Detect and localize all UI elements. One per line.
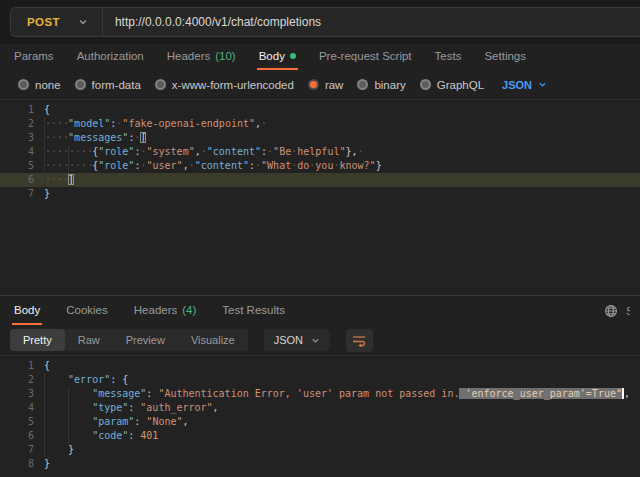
body-mode-row: none form-data x-www-form-urlencoded raw… (0, 70, 640, 99)
code-line[interactable]: 5 "param": "None", (0, 415, 640, 429)
line-number: 2 (0, 117, 34, 131)
tab-label: Headers (167, 50, 210, 62)
tab-body[interactable]: Body (257, 44, 298, 70)
response-tab-headers[interactable]: Headers(4) (132, 296, 199, 325)
radio-icon (75, 79, 86, 90)
view-preview[interactable]: Preview (113, 329, 178, 351)
tab-settings[interactable]: Settings (482, 44, 528, 70)
radio-icon (357, 79, 368, 90)
headers-count: (10) (215, 50, 235, 62)
tab-label: Params (14, 50, 54, 62)
code-line[interactable]: 7 } (0, 443, 640, 457)
code-line[interactable]: 1{ (0, 359, 640, 373)
tab-params[interactable]: Params (12, 44, 56, 70)
request-language-select[interactable]: JSON (502, 79, 547, 91)
language-label: JSON (274, 334, 303, 346)
tab-label: Body (259, 50, 285, 62)
line-number: 7 (0, 187, 34, 201)
mode-label: binary (374, 79, 405, 91)
request-tabs: Params Authorization Headers(10) Body Pr… (0, 44, 640, 70)
mode-x-www-form-urlencoded[interactable]: x-www-form-urlencoded (155, 79, 294, 91)
response-language-select[interactable]: JSON (264, 329, 330, 351)
code-line[interactable]: 4········{"role":·"system",·"content":·"… (0, 145, 640, 159)
tab-label: Headers (134, 304, 177, 316)
tab-label: Body (14, 304, 40, 316)
line-number: 5 (0, 159, 34, 173)
response-toolbar: Pretty Raw Preview Visualize JSON (0, 325, 640, 355)
line-number: 2 (0, 373, 34, 387)
line-number: 3 (0, 131, 34, 145)
clipped-status-text: S (626, 305, 630, 317)
request-body-editor[interactable]: 1{2····"model":·"fake-openai-endpoint",·… (0, 99, 640, 295)
view-pretty[interactable]: Pretty (10, 329, 65, 351)
line-number: 8 (0, 457, 34, 471)
response-tab-test-results[interactable]: Test Results (220, 296, 287, 325)
response-tabs: Body Cookies Headers(4) Test Results S (0, 295, 640, 325)
line-number: 1 (0, 103, 34, 117)
code-line[interactable]: 1{ (0, 103, 640, 117)
globe-icon[interactable] (604, 304, 618, 318)
tab-label: Pre-request Script (319, 50, 412, 62)
mode-none[interactable]: none (18, 79, 61, 91)
line-number: 5 (0, 415, 34, 429)
chevron-down-icon (311, 336, 320, 345)
tab-label: Settings (484, 50, 526, 62)
tab-label: Cookies (66, 304, 108, 316)
line-number: 4 (0, 145, 34, 159)
request-bar: POST http://0.0.0.0:4000/v1/chat/complet… (10, 7, 640, 37)
mode-raw[interactable]: raw (308, 79, 344, 91)
line-number: 3 (0, 387, 34, 401)
tab-tests[interactable]: Tests (433, 44, 464, 70)
mode-label: GraphQL (437, 79, 484, 91)
line-number: 7 (0, 443, 34, 457)
line-number: 6 (0, 429, 34, 443)
code-line[interactable]: 2····"model":·"fake-openai-endpoint",· (0, 117, 640, 131)
request-url-section: POST http://0.0.0.0:4000/v1/chat/complet… (0, 0, 640, 44)
view-raw[interactable]: Raw (65, 329, 113, 351)
body-modified-dot-icon (290, 53, 296, 59)
chevron-down-icon (538, 80, 547, 89)
line-number: 4 (0, 401, 34, 415)
response-tab-cookies[interactable]: Cookies (64, 296, 110, 325)
mode-form-data[interactable]: form-data (75, 79, 141, 91)
radio-icon (155, 79, 166, 90)
tab-label: Tests (435, 50, 462, 62)
code-line[interactable]: 2 "error": { (0, 373, 640, 387)
wrap-text-button[interactable] (346, 329, 373, 352)
code-line[interactable]: 6····] (0, 173, 640, 187)
line-number: 6 (0, 173, 34, 187)
tab-authorization[interactable]: Authorization (75, 44, 146, 70)
code-line[interactable]: 6 "code": 401 (0, 429, 640, 443)
mode-label: x-www-form-urlencoded (172, 79, 294, 91)
code-line[interactable]: 8} (0, 457, 640, 471)
tab-headers[interactable]: Headers(10) (165, 44, 238, 70)
code-line[interactable]: 3 "message": "Authentication Error, 'use… (0, 387, 640, 401)
tab-pre-request-script[interactable]: Pre-request Script (317, 44, 414, 70)
method-selector[interactable]: POST (11, 16, 78, 28)
mode-graphql[interactable]: GraphQL (420, 79, 484, 91)
chevron-down-icon[interactable] (78, 17, 88, 27)
code-line[interactable]: 7} (0, 187, 640, 201)
line-number: 1 (0, 359, 34, 373)
code-line[interactable]: 4 "type": "auth_error", (0, 401, 640, 415)
mode-binary[interactable]: binary (357, 79, 405, 91)
code-line[interactable]: 3····"messages":·[ (0, 131, 640, 145)
response-view-switch: Pretty Raw Preview Visualize (10, 329, 248, 351)
url-input[interactable]: http://0.0.0.0:4000/v1/chat/completions (103, 15, 321, 29)
radio-icon (420, 79, 431, 90)
radio-icon (18, 79, 29, 90)
mode-label: form-data (92, 79, 141, 91)
tab-label: Test Results (222, 304, 285, 316)
mode-label: raw (325, 79, 344, 91)
wrap-text-icon (352, 334, 367, 347)
view-visualize[interactable]: Visualize (178, 329, 248, 351)
radio-selected-icon (308, 79, 319, 90)
language-label: JSON (502, 79, 532, 91)
response-tab-body[interactable]: Body (12, 296, 42, 325)
mode-label: none (35, 79, 61, 91)
response-body-editor[interactable]: 1{2 "error": {3 "message": "Authenticati… (0, 355, 640, 476)
headers-count: (4) (182, 304, 196, 316)
code-line[interactable]: 5········{"role":·"user",·"content":·"Wh… (0, 159, 640, 173)
tab-label: Authorization (77, 50, 144, 62)
